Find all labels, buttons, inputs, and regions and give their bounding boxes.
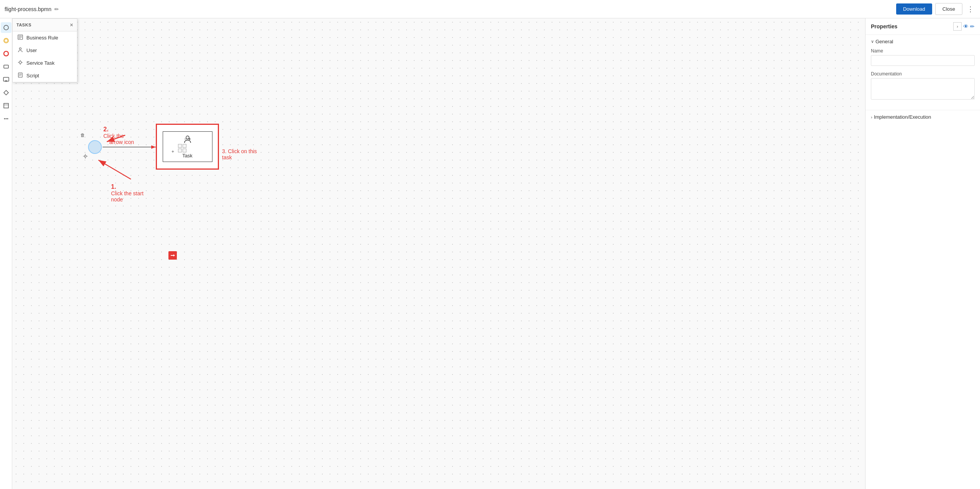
shape-options xyxy=(178,144,186,152)
svg-marker-39 xyxy=(189,138,191,140)
shape-option-1[interactable] xyxy=(178,144,182,148)
delete-icon[interactable]: 🗑 xyxy=(80,132,85,138)
edit-title-icon[interactable]: ✏ xyxy=(54,6,59,12)
task-item-service-label: Service Task xyxy=(26,60,54,66)
close-button[interactable]: Close xyxy=(935,3,962,15)
documentation-field-input[interactable] xyxy=(871,78,975,100)
svg-point-22 xyxy=(19,61,21,64)
script-icon xyxy=(17,72,23,79)
svg-point-0 xyxy=(4,25,8,30)
svg-point-10 xyxy=(4,118,5,119)
svg-point-11 xyxy=(5,118,7,119)
task-item-business-rule[interactable]: Business Rule xyxy=(13,31,77,44)
impl-section-header[interactable]: › Implementation/Execution xyxy=(871,114,975,120)
impl-label: Implementation/Execution xyxy=(874,114,931,120)
annotation-step3: 3. Click on this task xyxy=(222,142,257,160)
download-button[interactable]: Download xyxy=(896,3,932,15)
annotation-step1-text: Click the start node xyxy=(111,190,144,203)
documentation-field-group: Documentation xyxy=(871,71,975,101)
more-options-button[interactable]: ⋮ xyxy=(965,3,975,15)
task-item-script[interactable]: Script xyxy=(13,69,77,82)
tasks-panel-header: TASKS xyxy=(16,23,31,27)
sidebar-icon-subprocess[interactable] xyxy=(1,74,11,85)
business-rule-icon xyxy=(17,34,23,41)
sidebar-icon-data[interactable] xyxy=(1,100,11,111)
sidebar-icon-more[interactable] xyxy=(1,113,11,124)
svg-point-21 xyxy=(20,48,21,50)
task-item-user[interactable]: User xyxy=(13,44,77,57)
panel-eye-button[interactable]: 👁 xyxy=(963,22,969,31)
general-section-header[interactable]: ∨ General xyxy=(871,39,975,44)
canvas-area[interactable]: TASKS × Business Rule User Service Task xyxy=(12,18,865,489)
svg-rect-8 xyxy=(4,103,8,108)
name-field-label: Name xyxy=(871,48,975,54)
task-item-script-label: Script xyxy=(26,73,39,79)
service-icon xyxy=(17,60,23,66)
task-inner: Task xyxy=(163,131,212,162)
annotation-step1: 1. Click the start node xyxy=(111,177,144,203)
documentation-field-label: Documentation xyxy=(871,71,975,77)
svg-point-2 xyxy=(5,39,8,42)
impl-chevron-icon: › xyxy=(871,115,872,119)
arrow-icon[interactable] xyxy=(168,251,177,260)
annotation-step1-number: 1. xyxy=(111,183,116,190)
add-shape-icon[interactable]: + xyxy=(172,149,174,154)
sidebar-icon-gateway[interactable] xyxy=(1,87,11,98)
svg-point-33 xyxy=(85,155,87,157)
task-item-business-rule-label: Business Rule xyxy=(26,35,58,41)
svg-marker-32 xyxy=(173,254,175,257)
name-field-group: Name xyxy=(871,48,975,66)
shape-option-4[interactable] xyxy=(183,149,186,152)
annotation-step2-number: 2. xyxy=(103,126,108,132)
connection-icon[interactable] xyxy=(185,136,191,142)
sidebar-icon-task[interactable] xyxy=(1,61,11,72)
file-title: flight-process.bpmn xyxy=(5,6,51,12)
tasks-panel: TASKS × Business Rule User Service Task xyxy=(12,18,77,82)
svg-point-3 xyxy=(4,51,8,56)
task-label: Task xyxy=(182,153,193,159)
sidebar-icon-end-event[interactable] xyxy=(1,48,11,59)
task-item-user-label: User xyxy=(26,47,37,53)
sidebar-icon-intermediate[interactable] xyxy=(1,35,11,46)
general-chevron-icon: ∨ xyxy=(871,39,874,44)
user-icon xyxy=(17,47,23,54)
shape-option-2[interactable] xyxy=(183,144,186,148)
right-panel: Properties › 👁 ✏ ∨ General Name Document… xyxy=(865,18,980,489)
properties-title: Properties xyxy=(871,23,897,29)
task-box[interactable]: Task xyxy=(156,124,219,170)
name-field-input[interactable] xyxy=(871,55,975,66)
left-sidebar xyxy=(0,18,12,489)
panel-edit-button[interactable]: ✏ xyxy=(970,22,975,31)
svg-point-12 xyxy=(7,118,8,119)
task-item-service[interactable]: Service Task xyxy=(13,57,77,69)
sidebar-icon-start-event[interactable] xyxy=(1,22,11,33)
svg-rect-4 xyxy=(4,65,8,68)
svg-rect-27 xyxy=(18,73,22,77)
general-label: General xyxy=(875,39,893,44)
tasks-panel-close[interactable]: × xyxy=(70,22,73,28)
service-gear-icon[interactable] xyxy=(83,154,88,160)
svg-marker-7 xyxy=(4,90,8,95)
panel-toggle-button[interactable]: › xyxy=(953,22,962,31)
shape-option-3[interactable] xyxy=(178,149,182,152)
context-menu: 🗑 + xyxy=(80,132,119,163)
annotation-step3-text: 3. Click on this task xyxy=(222,148,257,160)
